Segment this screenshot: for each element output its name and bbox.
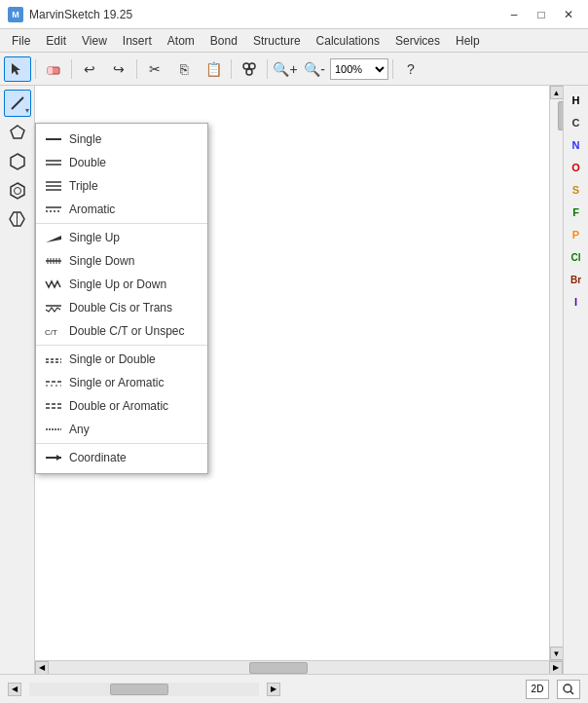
bond-single-down-item[interactable]: Single Down xyxy=(36,249,207,273)
zoom-select[interactable]: 100% 50% 75% 150% 200% xyxy=(330,58,388,80)
h-scroll-track[interactable] xyxy=(49,661,549,675)
horizontal-scrollbar[interactable]: ◀ ▶ xyxy=(35,660,563,674)
paste-button[interactable]: 📋 xyxy=(200,56,227,82)
svg-point-3 xyxy=(249,63,255,69)
bond-any-icon xyxy=(42,420,65,439)
status-scroll-track[interactable] xyxy=(29,683,259,696)
element-f[interactable]: F xyxy=(566,202,587,223)
zoom-status-button[interactable] xyxy=(557,680,580,699)
element-s[interactable]: S xyxy=(566,179,587,201)
eraser-button[interactable] xyxy=(40,56,67,82)
menu-view[interactable]: View xyxy=(74,29,115,52)
element-h[interactable]: H xyxy=(566,90,587,111)
structure-button[interactable] xyxy=(236,56,263,82)
element-n[interactable]: N xyxy=(566,134,587,156)
undo-button[interactable]: ↩ xyxy=(76,56,103,82)
svg-line-5 xyxy=(12,97,23,109)
bond-double-ctunspec-icon: C/T xyxy=(42,321,65,341)
title-bar-left: M MarvinSketch 19.25 xyxy=(8,7,132,22)
menu-file[interactable]: File xyxy=(4,29,38,52)
bond-double-ctunspec-item[interactable]: C/T Double C/T or Unspec xyxy=(36,319,207,343)
separator xyxy=(35,59,36,79)
scroll-left-button[interactable]: ◀ xyxy=(35,661,49,675)
app-icon: M xyxy=(8,7,23,22)
bond-single-aromatic-icon xyxy=(42,373,65,392)
bond-any-item[interactable]: Any xyxy=(36,418,207,441)
separator-3 xyxy=(36,443,207,444)
toolbar: ↩ ↪ ✂ ⎘ 📋 🔍+ 🔍- 100% 50% 75% 150% 200% ? xyxy=(0,53,588,86)
bond-single-updown-item[interactable]: Single Up or Down xyxy=(36,273,207,296)
scroll-left-status[interactable]: ◀ xyxy=(8,683,21,696)
bond-single-updown-icon xyxy=(42,275,65,294)
minimize-button[interactable]: – xyxy=(502,5,526,24)
vertical-scrollbar[interactable]: ▲ ▼ xyxy=(549,86,563,660)
maximize-button[interactable]: □ xyxy=(530,5,553,24)
element-cl[interactable]: Cl xyxy=(566,246,587,268)
svg-text:C/T: C/T xyxy=(45,328,57,337)
bond-single-up-item[interactable]: Single Up xyxy=(36,226,207,249)
bond-single-item[interactable]: Single xyxy=(36,128,207,151)
benzene-button[interactable] xyxy=(4,177,31,204)
h-scroll-thumb[interactable] xyxy=(249,662,308,674)
fused-ring-button[interactable] xyxy=(4,206,31,234)
element-p[interactable]: P xyxy=(566,224,587,245)
element-br[interactable]: Br xyxy=(566,269,587,290)
mode-2d-button[interactable]: 2D xyxy=(526,680,549,699)
bond-double-cistrans-icon xyxy=(42,298,65,317)
element-c[interactable]: C xyxy=(566,112,587,133)
ct-icon: C/T xyxy=(44,324,63,338)
zoom-out-button[interactable]: 🔍- xyxy=(301,56,328,82)
menu-insert[interactable]: Insert xyxy=(115,29,160,52)
bond-single-label: Single xyxy=(69,132,101,146)
bond-triple-label: Triple xyxy=(69,179,98,193)
scroll-right-status[interactable]: ▶ xyxy=(267,683,280,696)
svg-marker-37 xyxy=(56,455,61,461)
bond-single-icon xyxy=(42,130,65,149)
menu-services[interactable]: Services xyxy=(387,29,448,52)
scroll-down-button[interactable]: ▼ xyxy=(550,647,564,660)
menu-bond[interactable]: Bond xyxy=(202,29,245,52)
help-button[interactable]: ? xyxy=(397,56,424,82)
v-scroll-thumb[interactable] xyxy=(558,101,564,130)
element-o[interactable]: O xyxy=(566,157,587,178)
pentagon-button[interactable] xyxy=(4,119,31,146)
scroll-up-button[interactable]: ▲ xyxy=(550,86,564,99)
element-i[interactable]: I xyxy=(566,291,587,313)
bond-single-down-icon xyxy=(42,251,65,271)
menu-structure[interactable]: Structure xyxy=(245,29,309,52)
bond-double-aromatic-item[interactable]: Double or Aromatic xyxy=(36,394,207,418)
svg-marker-7 xyxy=(11,154,24,169)
bond-single-aromatic-item[interactable]: Single or Aromatic xyxy=(36,371,207,394)
select-tool-button[interactable] xyxy=(4,56,31,82)
title-bar: M MarvinSketch 19.25 – □ ✕ xyxy=(0,0,588,29)
menu-calculations[interactable]: Calculations xyxy=(309,29,387,52)
bond-single-double-item[interactable]: Single or Double xyxy=(36,348,207,371)
cut-button[interactable]: ✂ xyxy=(141,56,168,82)
hexagon-button[interactable] xyxy=(4,148,31,175)
close-button[interactable]: ✕ xyxy=(557,5,580,24)
left-toolbar xyxy=(0,86,35,674)
status-scroll-thumb[interactable] xyxy=(110,684,168,695)
bond-double-label: Double xyxy=(69,156,106,169)
bond-single-down-label: Single Down xyxy=(69,254,134,268)
bond-coordinate-item[interactable]: Coordinate xyxy=(36,446,207,469)
bond-double-cistrans-label: Double Cis or Trans xyxy=(69,301,172,314)
redo-button[interactable]: ↪ xyxy=(105,56,132,82)
zoom-in-button[interactable]: 🔍+ xyxy=(272,56,299,82)
svg-point-9 xyxy=(14,188,20,195)
bond-double-cistrans-item[interactable]: Double Cis or Trans xyxy=(36,296,207,319)
separator5 xyxy=(267,59,268,79)
menu-atom[interactable]: Atom xyxy=(160,29,202,52)
bond-any-label: Any xyxy=(69,423,90,436)
menu-edit[interactable]: Edit xyxy=(38,29,74,52)
scroll-right-button[interactable]: ▶ xyxy=(549,661,563,675)
bond-double-icon xyxy=(42,153,65,172)
menu-help[interactable]: Help xyxy=(448,29,488,52)
bond-tool-button[interactable] xyxy=(4,90,31,117)
status-bar: ◀ ▶ 2D xyxy=(0,674,588,703)
bond-double-item[interactable]: Double xyxy=(36,151,207,174)
bond-triple-item[interactable]: Triple xyxy=(36,174,207,198)
bond-aromatic-item[interactable]: Aromatic xyxy=(36,198,207,221)
bond-coordinate-icon xyxy=(42,448,65,467)
copy-button[interactable]: ⎘ xyxy=(170,56,198,82)
